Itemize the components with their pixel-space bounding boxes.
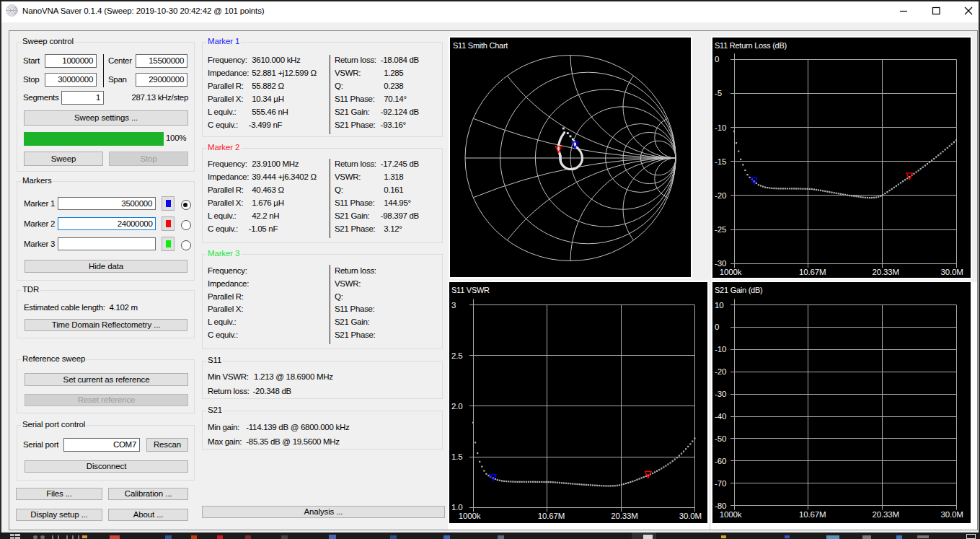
svg-text:-50: -50 bbox=[715, 434, 726, 443]
svg-text:1.5: 1.5 bbox=[451, 452, 463, 461]
svg-text:2.0: 2.0 bbox=[451, 402, 463, 411]
svg-text:S21 Gain (dB): S21 Gain (dB) bbox=[715, 286, 762, 294]
svg-text:0: 0 bbox=[715, 323, 719, 331]
svg-text:10: 10 bbox=[715, 301, 724, 310]
svg-text:-5: -5 bbox=[715, 89, 722, 97]
svg-text:2.5: 2.5 bbox=[451, 351, 463, 360]
svg-text:20.33M: 20.33M bbox=[873, 510, 899, 519]
svg-text:-10: -10 bbox=[715, 345, 726, 354]
svg-text:-25: -25 bbox=[715, 225, 726, 234]
svg-text:-70: -70 bbox=[715, 479, 726, 488]
svg-text:1000k: 1000k bbox=[720, 510, 742, 519]
svg-text:30.0M: 30.0M bbox=[940, 510, 963, 519]
svg-text:-20: -20 bbox=[715, 191, 726, 200]
svg-text:0: 0 bbox=[715, 55, 719, 63]
svg-text:-30: -30 bbox=[715, 259, 726, 268]
svg-text:30.0M: 30.0M bbox=[940, 268, 963, 276]
svg-text:-20: -20 bbox=[715, 367, 726, 376]
svg-text:-80: -80 bbox=[715, 501, 726, 510]
svg-text:-30: -30 bbox=[715, 390, 726, 398]
svg-text:-15: -15 bbox=[715, 157, 726, 166]
svg-text:10.67M: 10.67M bbox=[799, 510, 826, 519]
svg-text:1000k: 1000k bbox=[459, 512, 481, 520]
svg-text:-10: -10 bbox=[715, 123, 726, 132]
svg-text:S11 Return Loss (dB): S11 Return Loss (dB) bbox=[715, 41, 787, 50]
svg-text:S11 Smith Chart: S11 Smith Chart bbox=[453, 41, 508, 50]
svg-text:-60: -60 bbox=[715, 457, 726, 465]
svg-text:30.0M: 30.0M bbox=[679, 512, 702, 520]
svg-text:20.33M: 20.33M bbox=[873, 268, 899, 276]
svg-text:S11 VSWR: S11 VSWR bbox=[451, 286, 490, 294]
svg-text:1000k: 1000k bbox=[720, 268, 742, 276]
svg-text:3: 3 bbox=[451, 301, 456, 310]
svg-text:10.67M: 10.67M bbox=[538, 512, 565, 520]
svg-text:10.67M: 10.67M bbox=[799, 268, 826, 276]
svg-text:20.33M: 20.33M bbox=[611, 512, 637, 520]
svg-text:1.0: 1.0 bbox=[451, 503, 463, 512]
svg-text:-40: -40 bbox=[715, 412, 726, 421]
